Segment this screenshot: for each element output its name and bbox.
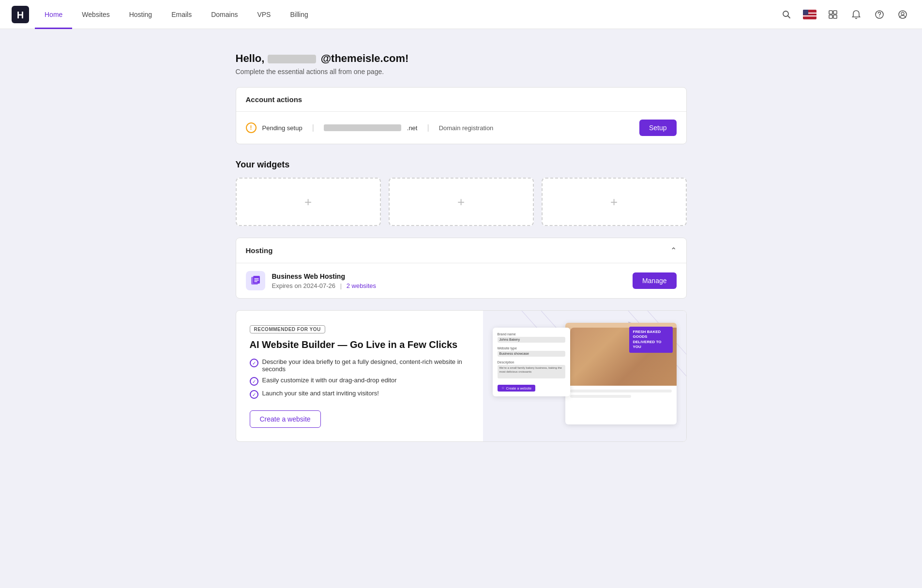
search-button[interactable] [779, 7, 794, 22]
mockup-form-row-2: Website type Business showcase [498, 347, 565, 357]
hosting-plan-name: Business Web Hosting [272, 272, 626, 280]
hosting-title: Hosting [246, 246, 273, 255]
preview-mockup: Brand name Johns Bakery Website type Bus… [493, 323, 677, 429]
recommendation-card: RECOMMENDED FOR YOU AI Website Builder —… [236, 310, 687, 442]
check-icon-2: ✓ [250, 377, 258, 386]
mockup-create-btn: ☆ Create a website [498, 385, 536, 392]
store-icon[interactable] [825, 7, 841, 22]
domain-suffix: .net [407, 124, 418, 132]
mockup-image-area: FRESH BAKED GOODS DELIVERED TO YOU [565, 323, 677, 386]
mockup-input-desc: We're a small family bakery business, ba… [498, 365, 565, 378]
hosting-card: Hosting ⌃ Business Web Hosting Expires o… [236, 238, 687, 299]
main-content: Hello, @themeisle.com! Complete the esse… [224, 29, 698, 465]
user-avatar[interactable] [895, 7, 910, 22]
mockup-input-type: Business showcase [498, 351, 565, 357]
widget-placeholder-1[interactable]: + [236, 178, 381, 226]
mockup-form-row-3: Description We're a small family bakery … [498, 361, 565, 378]
mockup-label-brand: Brand name [498, 332, 565, 336]
setup-button[interactable]: Setup [639, 120, 677, 136]
pending-row: ! Pending setup | .net | Domain registra… [236, 112, 686, 144]
svg-rect-12 [253, 276, 260, 284]
svg-point-2 [783, 11, 788, 16]
feature-item-1: ✓ Describe your idea briefly to get a fu… [250, 358, 469, 373]
separator: | [312, 123, 314, 132]
svg-rect-4 [833, 11, 837, 14]
logo[interactable]: H [12, 6, 29, 23]
recommended-badge: RECOMMENDED FOR YOU [250, 325, 325, 333]
pending-label: Pending setup [262, 124, 302, 132]
mockup-input-brand: Johns Bakery [498, 337, 565, 343]
nav-item-vps[interactable]: VPS [247, 0, 280, 29]
check-icon-3: ✓ [250, 390, 258, 399]
domain-blurred [324, 124, 401, 131]
widget-placeholder-2[interactable]: + [389, 178, 534, 226]
greeting-section: Hello, @themeisle.com! Complete the esse… [236, 52, 687, 75]
svg-point-8 [879, 16, 880, 17]
help-icon[interactable] [872, 7, 887, 22]
greeting-subtitle: Complete the essential actions all from … [236, 68, 687, 75]
widgets-grid: + + + [236, 178, 687, 226]
feature-list: ✓ Describe your idea briefly to get a fu… [250, 358, 469, 399]
svg-text:H: H [17, 10, 24, 20]
recommendation-title: AI Website Builder — Go Live in a Few Cl… [250, 339, 469, 350]
mockup-bottom [565, 386, 677, 404]
nav-right [779, 7, 910, 22]
create-website-button[interactable]: Create a website [250, 410, 321, 428]
mockup-label-desc: Description [498, 361, 565, 364]
mockup-text-overlay: FRESH BAKED GOODS DELIVERED TO YOU [629, 327, 673, 353]
check-icon-1: ✓ [250, 359, 258, 367]
mockup-line-2 [570, 395, 631, 398]
widgets-section: Your widgets + + + [236, 160, 687, 226]
mockup-form: Brand name Johns Bakery Website type Bus… [493, 328, 570, 396]
svg-point-10 [901, 12, 904, 15]
account-actions-header: Account actions [236, 88, 686, 112]
warning-icon: ! [246, 122, 257, 133]
greeting-title: Hello, @themeisle.com! [236, 52, 687, 65]
nav-item-billing[interactable]: Billing [280, 0, 317, 29]
notifications-icon[interactable] [848, 7, 864, 22]
mockup-line-1 [570, 390, 672, 392]
nav-links: Home Websites Hosting Emails Domains VPS… [35, 0, 779, 29]
hosting-details: Expires on 2024-07-26 | 2 websites [272, 282, 626, 289]
email-blurred [268, 55, 316, 63]
mockup-label-type: Website type [498, 347, 565, 350]
chevron-up-icon: ⌃ [670, 246, 677, 255]
websites-link[interactable]: 2 websites [347, 282, 376, 289]
nav-item-home[interactable]: Home [35, 0, 72, 29]
manage-button[interactable]: Manage [633, 272, 677, 289]
domain-type: Domain registration [439, 124, 494, 132]
svg-rect-6 [833, 15, 837, 18]
feature-item-2: ✓ Easily customize it with our drag-and-… [250, 377, 469, 386]
nav-item-emails[interactable]: Emails [162, 0, 201, 29]
nav-item-hosting[interactable]: Hosting [120, 0, 162, 29]
recommendation-left: RECOMMENDED FOR YOU AI Website Builder —… [236, 311, 483, 441]
hosting-header[interactable]: Hosting ⌃ [236, 238, 686, 263]
svg-rect-5 [829, 15, 832, 18]
recommendation-preview: Brand name Johns Bakery Website type Bus… [483, 311, 686, 441]
hosting-info: Business Web Hosting Expires on 2024-07-… [272, 272, 626, 289]
account-actions-card: Account actions ! Pending setup | .net |… [236, 87, 687, 144]
mockup-form-row-1: Brand name Johns Bakery [498, 332, 565, 343]
widgets-title: Your widgets [236, 160, 687, 170]
separator2: | [427, 123, 429, 132]
nav-item-websites[interactable]: Websites [72, 0, 119, 29]
mockup-preview: ✦ Generate text FRESH BAKED GOODS DELIVE… [565, 323, 677, 424]
feature-item-3: ✓ Launch your site and start inviting vi… [250, 390, 469, 399]
hosting-plan-icon [246, 271, 265, 290]
hosting-row: Business Web Hosting Expires on 2024-07-… [236, 263, 686, 298]
language-flag[interactable] [802, 7, 817, 22]
nav-item-domains[interactable]: Domains [201, 0, 247, 29]
navbar: H Home Websites Hosting Emails Domains V… [0, 0, 922, 29]
widget-placeholder-3[interactable]: + [542, 178, 687, 226]
svg-rect-3 [829, 11, 832, 14]
